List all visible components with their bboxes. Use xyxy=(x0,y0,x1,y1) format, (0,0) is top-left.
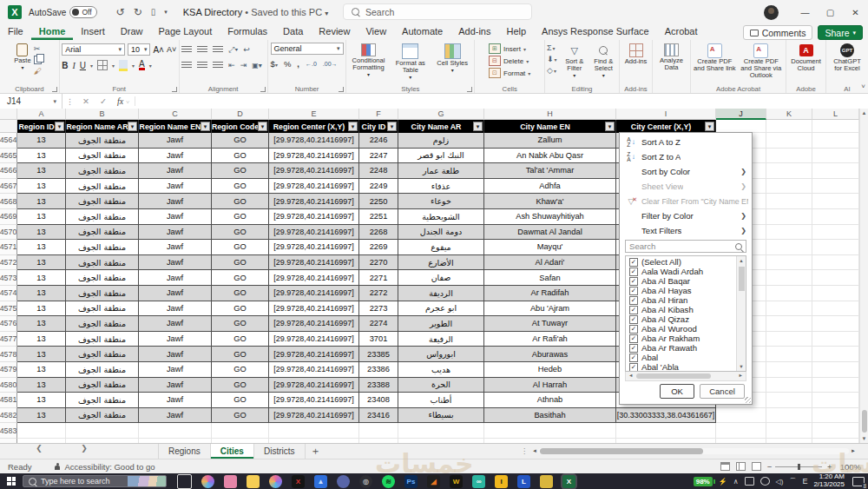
formula-input[interactable] xyxy=(135,94,868,109)
page-break-view-button[interactable] xyxy=(752,462,761,471)
empty-cell[interactable] xyxy=(716,423,766,439)
increase-indent-button[interactable]: ⇥ xyxy=(240,61,247,69)
cell-city-id[interactable]: 23388 xyxy=(359,378,398,393)
merge-center-button[interactable]: ▣▾ xyxy=(252,62,262,69)
align-right-button[interactable] xyxy=(213,62,223,69)
font-family-select[interactable]: Arial▾ xyxy=(62,43,125,56)
cell-region-id[interactable]: 13 xyxy=(17,225,66,241)
qat-customize-button[interactable]: ▾ xyxy=(164,7,168,17)
cell-city-name-en[interactable]: Hedeb xyxy=(484,362,616,378)
checkbox-checked-icon[interactable]: ✓ xyxy=(629,306,638,314)
start-button[interactable] xyxy=(0,473,23,489)
conditional-formatting-button[interactable]: Conditional Formatting▾ xyxy=(348,43,388,80)
align-bottom-button[interactable] xyxy=(213,46,223,54)
cell-region-code[interactable]: GO xyxy=(212,225,269,241)
cell-city-id[interactable]: 2248 xyxy=(359,163,398,179)
cell-region-name-en[interactable]: Jawf xyxy=(139,179,212,195)
italic-button[interactable]: I xyxy=(72,61,75,70)
next-sheet-button[interactable]: ❯ xyxy=(76,444,92,453)
taskbar-app-co-app-icon[interactable]: ∞ xyxy=(472,475,485,488)
cell-region-center[interactable]: [29.9728,40.21416997] xyxy=(269,194,359,209)
cell-region-id[interactable]: 13 xyxy=(17,179,66,195)
empty-cell[interactable] xyxy=(812,408,859,424)
cell-region-center[interactable]: [29.9728,40.21416997] xyxy=(269,270,359,286)
cell-region-name-ar[interactable]: منطقة الجوف xyxy=(66,316,139,332)
column-header-d[interactable]: D xyxy=(212,109,269,120)
cell-region-name-en[interactable]: Jawf xyxy=(139,332,212,347)
comments-button[interactable]: Comments xyxy=(743,25,813,40)
checkbox-checked-icon[interactable]: ✓ xyxy=(629,287,638,295)
cell-region-code[interactable]: GO xyxy=(212,393,269,408)
menu-tab-view[interactable]: View xyxy=(358,24,394,40)
cell-region-name-ar[interactable]: منطقة الجوف xyxy=(66,347,139,362)
copy-button[interactable] xyxy=(34,56,46,64)
taskbar-search[interactable]: Type here to search xyxy=(23,475,167,487)
filter-value-aba-ar-rakham[interactable]: ✓Aba Ar Rakham xyxy=(626,334,736,343)
cell-region-center[interactable]: [29.9728,40.21416997] xyxy=(269,133,359,149)
filter-button-region-center-x-y[interactable]: ▼ xyxy=(348,122,358,131)
empty-cell[interactable] xyxy=(812,378,859,393)
cell-city-name-ar[interactable]: هديب xyxy=(398,362,484,378)
cell-region-center[interactable]: [29.9728,40.21416997] xyxy=(269,332,359,347)
tray-expand-icon[interactable]: ∧ xyxy=(733,478,739,486)
cell-city-name-en[interactable]: Abu 'Ajram xyxy=(484,301,616,317)
empty-cell[interactable] xyxy=(212,423,269,439)
empty-cell[interactable] xyxy=(269,423,359,439)
cell-city-name-en[interactable]: Khaw'a' xyxy=(484,194,616,209)
cell-region-name-ar[interactable]: منطقة الجوف xyxy=(66,149,139,164)
close-button[interactable]: ✕ xyxy=(843,0,868,24)
empty-cell[interactable] xyxy=(812,286,859,301)
menu-tab-automate[interactable]: Automate xyxy=(394,24,450,40)
horizontal-scroll-thumb[interactable] xyxy=(540,448,703,454)
empty-header-cell[interactable] xyxy=(716,120,766,133)
scroll-down-icon[interactable]: ▼ xyxy=(860,436,868,441)
clipboard-dialog-launcher[interactable] xyxy=(52,87,57,92)
cell-city-name-ar[interactable]: الحرة xyxy=(398,378,484,393)
filter-value-aba-al-hiran[interactable]: ✓Aba Al Hiran xyxy=(626,295,736,305)
cell-city-name-en[interactable]: Ar Rafi'ah xyxy=(484,332,616,347)
filter-search-input[interactable]: Search xyxy=(625,240,746,253)
checkbox-checked-icon[interactable]: ✓ xyxy=(629,258,638,267)
resize-grip[interactable] xyxy=(745,397,751,403)
cell-city-name-ar[interactable]: الطوير xyxy=(398,316,484,332)
cell-region-code[interactable]: GO xyxy=(212,149,269,164)
cell-region-center[interactable]: [29.9728,40.21416997] xyxy=(269,209,359,225)
cell-city-name-ar[interactable]: الرفيعة xyxy=(398,332,484,347)
cell-region-name-en[interactable]: Jawf xyxy=(139,194,212,209)
cell-region-center[interactable]: [29.9728,40.21416997] xyxy=(269,149,359,164)
cell-region-code[interactable]: GO xyxy=(212,362,269,378)
vertical-scrollbar[interactable]: ▲ ▼ xyxy=(859,109,868,443)
empty-cell[interactable] xyxy=(812,255,859,271)
cell-region-name-en[interactable]: Jawf xyxy=(139,270,212,286)
font-color-button[interactable]: A xyxy=(139,60,145,70)
filter-button-city-name-en[interactable]: ▼ xyxy=(605,122,615,131)
sheet-tab-regions[interactable]: Regions xyxy=(158,444,211,459)
tray-icon-2[interactable] xyxy=(760,477,770,486)
network-icon[interactable]: ⌒ xyxy=(789,477,796,486)
cell-region-name-en[interactable]: Jawf xyxy=(139,408,212,424)
cell-city-id[interactable]: 2274 xyxy=(359,316,398,332)
minimize-button[interactable]: — xyxy=(792,0,818,24)
taskbar-app-illustrator-icon[interactable]: I xyxy=(495,475,508,488)
menu-tab-insert[interactable]: Insert xyxy=(73,24,113,40)
notification-center-icon[interactable]: 8 xyxy=(852,477,865,486)
shrink-font-button[interactable]: A˅ xyxy=(167,45,176,54)
create-pdf-outlook-button[interactable]: Create PDF and Share via Outlook xyxy=(739,43,784,81)
cell-region-name-ar[interactable]: منطقة الجوف xyxy=(66,225,139,241)
cell-city-name-en[interactable]: Basithah xyxy=(484,408,616,424)
cell-city-id[interactable]: 2269 xyxy=(359,240,398,255)
fill-color-button[interactable]: ​ xyxy=(119,60,128,71)
sort-filter-button[interactable]: ▽ Sort & Filter▾ xyxy=(561,43,589,81)
chatgpt-button[interactable]: GPT ChatGPT for Excel xyxy=(828,43,866,73)
new-file-button[interactable]: ▯ xyxy=(151,7,156,17)
cell-region-name-en[interactable]: Jawf xyxy=(139,347,212,362)
cell-city-name-ar[interactable]: الأضارع xyxy=(398,255,484,271)
percent-style-button[interactable]: % xyxy=(284,59,291,69)
filter-button-region-name-ar[interactable]: ▼ xyxy=(128,122,137,131)
search-box[interactable]: Search xyxy=(343,3,532,20)
analyze-data-button[interactable]: Analyze Data xyxy=(654,43,688,72)
menu-tab-draw[interactable]: Draw xyxy=(113,24,151,40)
cell-region-center[interactable]: [29.9728,40.21416997] xyxy=(269,179,359,195)
empty-cell[interactable] xyxy=(766,378,812,393)
empty-cell[interactable] xyxy=(812,362,859,378)
